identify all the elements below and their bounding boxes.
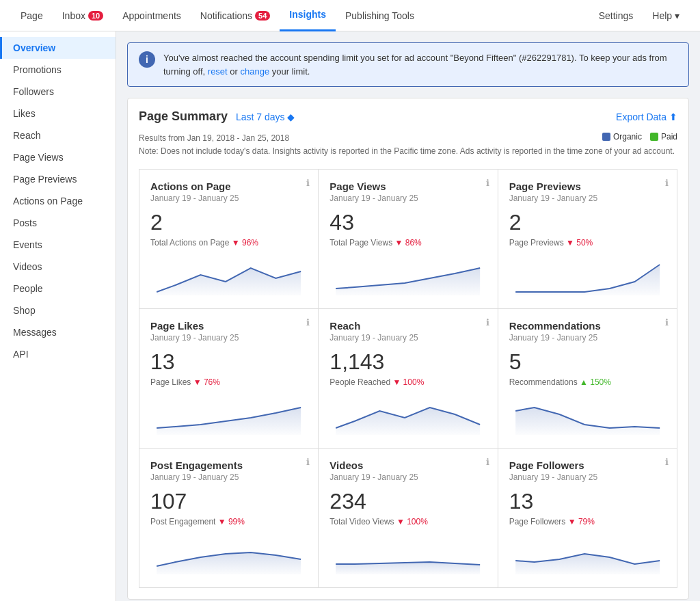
sidebar-item-likes[interactable]: Likes [0,103,116,124]
card-date: January 19 - January 25 [329,193,486,203]
info-icon[interactable]: ℹ [486,317,489,328]
mini-chart [150,533,307,574]
nav-notifications-label: Notifications [200,10,252,21]
svg-marker-0 [157,268,301,295]
top-nav-right: Settings Help ▾ [589,0,689,31]
nav-insights[interactable]: Insights [280,0,336,31]
info-icon[interactable]: ℹ [306,317,310,328]
paid-dot [650,133,658,141]
stat-card-page-views[interactable]: ℹ Page Views January 19 - January 25 43 … [319,170,497,308]
sidebar-item-events[interactable]: Events [0,234,116,256]
sidebar-item-promotions[interactable]: Promotions [0,59,116,81]
nav-help[interactable]: Help ▾ [643,0,689,31]
card-label: Page Likes ▼ 76% [150,377,307,387]
nav-page[interactable]: Page [11,0,53,31]
mini-chart [329,254,486,295]
change-indicator: ▼ 99% [218,517,245,526]
sidebar-item-followers[interactable]: Followers [0,81,116,103]
card-date: January 19 - January 25 [150,472,307,482]
card-label: Page Followers ▼ 79% [509,517,666,526]
alert-banner: i You've almost reached the account spen… [127,42,689,87]
sidebar-item-people[interactable]: People [0,278,116,299]
card-label: Recommendations ▲ 150% [509,377,666,387]
card-date: January 19 - January 25 [329,472,486,482]
card-title: Page Previews [509,181,666,192]
sidebar-item-videos[interactable]: Videos [0,256,116,278]
nav-inbox[interactable]: Inbox 10 [53,0,113,31]
export-button[interactable]: Export Data ⬆ [616,111,677,122]
mini-chart [150,394,307,435]
mini-chart [509,254,666,295]
stat-card-actions-on-page[interactable]: ℹ Actions on Page January 19 - January 2… [139,170,318,308]
card-value: 13 [150,349,307,375]
info-icon[interactable]: ℹ [665,457,669,467]
card-label: Total Actions on Page ▼ 96% [150,238,307,248]
sidebar-item-messages[interactable]: Messages [0,321,116,343]
sidebar-item-posts[interactable]: Posts [0,212,116,234]
stat-card-recommendations[interactable]: ℹ Recommendations January 19 - January 2… [498,309,677,448]
info-icon[interactable]: ℹ [486,178,489,188]
summary-meta: Results from Jan 19, 2018 - Jan 25, 2018… [139,132,677,158]
sidebar-item-shop[interactable]: Shop [0,299,116,321]
nav-publishing-tools-label: Publishing Tools [345,10,414,21]
change-indicator: ▲ 150% [580,377,611,387]
stat-card-post-engagements[interactable]: ℹ Post Engagements January 19 - January … [139,449,318,587]
stat-card-reach[interactable]: ℹ Reach January 19 - January 25 1,143 Pe… [319,309,497,448]
info-icon[interactable]: ℹ [306,178,310,188]
summary-period[interactable]: Last 7 days ◆ [236,111,295,122]
card-label: Post Engagement ▼ 99% [150,517,307,526]
stat-card-page-likes[interactable]: ℹ Page Likes January 19 - January 25 13 … [139,309,318,448]
change-indicator: ▼ 96% [232,238,258,248]
mini-chart [150,254,307,295]
change-indicator: ▼ 100% [396,517,428,526]
card-value: 5 [509,349,666,375]
alert-icon: i [139,51,155,68]
sidebar-item-api[interactable]: API [0,343,116,365]
info-icon[interactable]: ℹ [306,457,310,467]
card-title: Page Views [329,181,486,192]
summary-header: Page Summary Last 7 days ◆ Export Data ⬆ [139,109,677,124]
sidebar-item-page-previews[interactable]: Page Previews [0,168,116,190]
organic-dot [602,133,610,141]
card-title: Page Likes [150,320,307,332]
card-date: January 19 - January 25 [509,333,666,343]
change-indicator: ▼ 50% [566,238,593,248]
help-label: Help ▾ [652,10,679,21]
info-icon[interactable]: ℹ [665,178,669,188]
stat-card-videos[interactable]: ℹ Videos January 19 - January 25 234 Tot… [319,449,497,587]
summary-section: Page Summary Last 7 days ◆ Export Data ⬆… [127,98,689,600]
sidebar-item-actions-on-page[interactable]: Actions on Page [0,190,116,212]
card-title: Post Engagements [150,459,307,471]
notifications-badge: 54 [255,11,270,21]
mini-chart [329,394,486,435]
mini-chart [509,394,666,435]
nav-publishing-tools[interactable]: Publishing Tools [336,0,424,31]
mini-chart [509,533,666,574]
nav-appointments[interactable]: Appointments [113,0,191,31]
stat-card-page-followers[interactable]: ℹ Page Followers January 19 - January 25… [498,449,677,587]
card-title: Page Followers [509,459,666,471]
card-value: 1,143 [329,349,486,375]
sidebar-item-reach[interactable]: Reach [0,124,116,146]
card-value: 2 [150,210,307,235]
card-label: People Reached ▼ 100% [329,377,486,387]
card-value: 43 [329,210,486,235]
nav-page-label: Page [21,10,43,21]
change-link[interactable]: change [241,66,270,77]
card-value: 234 [329,489,486,514]
legend-paid: Paid [650,132,677,142]
card-value: 13 [509,489,666,514]
nav-settings[interactable]: Settings [589,0,643,31]
info-icon[interactable]: ℹ [665,317,669,328]
nav-notifications[interactable]: Notifications 54 [191,0,280,31]
nav-inbox-label: Inbox [62,10,85,21]
sidebar-item-overview[interactable]: Overview [0,37,116,59]
stats-grid: ℹ Actions on Page January 19 - January 2… [139,169,677,588]
reset-link[interactable]: reset [208,66,228,77]
stat-card-page-previews[interactable]: ℹ Page Previews January 19 - January 25 … [498,170,677,308]
card-date: January 19 - January 25 [509,193,666,203]
info-icon[interactable]: ℹ [486,457,489,467]
card-value: 2 [509,210,666,235]
summary-title: Page Summary [139,109,228,123]
sidebar-item-page-views[interactable]: Page Views [0,146,116,168]
